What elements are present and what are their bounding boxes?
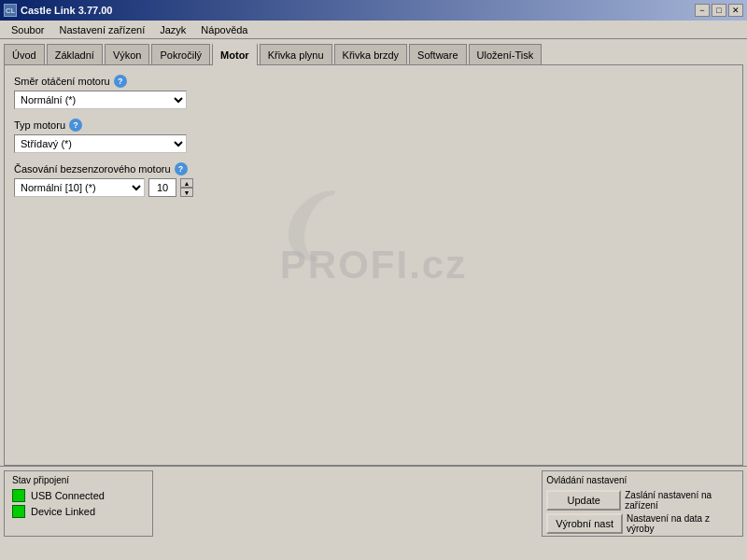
window-title: Castle Link 3.77.00 xyxy=(21,5,112,16)
update-desc: Zaslání nastavení na zařízení xyxy=(625,490,737,511)
menu-soubor[interactable]: Soubor xyxy=(4,22,51,37)
menu-bar: Soubor Nastavení zařízení Jazyk Nápověda xyxy=(0,21,747,39)
usb-led xyxy=(12,489,25,502)
help-icon-casovani[interactable]: ? xyxy=(175,162,188,175)
spinner-down[interactable]: ▼ xyxy=(180,188,193,197)
label-row-typ: Typ motoru ? xyxy=(14,119,733,132)
app-icon: CL xyxy=(4,4,17,17)
tab-pokrocily[interactable]: Pokročilý xyxy=(151,44,210,64)
field-typ-motoru: Typ motoru ? Střídavý (*) Stejnosměrný xyxy=(14,119,733,153)
minimize-button[interactable]: − xyxy=(695,4,710,17)
tab-krivka-brzdy[interactable]: Křivka brzdy xyxy=(334,44,408,64)
tab-vykon[interactable]: Výkon xyxy=(105,44,150,64)
tab-bar: Úvod Základní Výkon Pokročilý Motor Křiv… xyxy=(0,39,747,64)
select-casovani[interactable]: Normální [10] (*) Nízké [5] Vysoké [20] xyxy=(14,178,145,197)
spinner-up[interactable]: ▲ xyxy=(180,178,193,188)
device-status-item: Device Linked xyxy=(12,505,145,518)
usb-label: USB Connected xyxy=(31,490,105,501)
select-row-casovani: Normální [10] (*) Nízké [5] Vysoké [20] … xyxy=(14,178,733,197)
label-casovani: Časování bezsenzorového motoru xyxy=(14,163,171,175)
tab-motor[interactable]: Motor xyxy=(212,43,258,65)
connection-box-title: Stav připojení xyxy=(12,475,145,485)
label-smer: Směr otáčení motoru xyxy=(14,76,110,87)
select-row-typ: Střídavý (*) Stejnosměrný xyxy=(14,134,733,153)
maximize-button[interactable]: □ xyxy=(712,4,726,17)
tab-uvod[interactable]: Úvod xyxy=(4,44,45,64)
field-smer-otaceni: Směr otáčení motoru ? Normální (*) Obrác… xyxy=(14,75,733,109)
device-label: Device Linked xyxy=(31,506,95,517)
tab-software[interactable]: Software xyxy=(409,44,466,64)
spinner-buttons: ▲ ▼ xyxy=(180,178,193,197)
menu-nastaveni[interactable]: Nastavení zařízení xyxy=(51,22,152,37)
menu-napoveda[interactable]: Nápověda xyxy=(193,22,255,37)
tab-ulozeni-tisk[interactable]: Uložení-Tisk xyxy=(469,44,543,64)
field-casovani: Časování bezsenzorového motoru ? Normáln… xyxy=(14,162,733,197)
controls-box-title: Ovládání nastavení xyxy=(546,475,739,485)
label-typ: Typ motoru xyxy=(14,119,65,131)
label-row-casovani: Časování bezsenzorového motoru ? xyxy=(14,162,733,175)
title-buttons: − □ ✕ xyxy=(695,4,743,17)
close-button[interactable]: ✕ xyxy=(728,4,743,17)
status-bar: Stav připojení USB Connected Device Link… xyxy=(0,466,747,540)
select-smer[interactable]: Normální (*) Obrácený xyxy=(14,91,187,109)
usb-status-item: USB Connected xyxy=(12,489,145,502)
select-row-smer: Normální (*) Obrácený xyxy=(14,91,733,109)
spinner-value: 10 xyxy=(148,178,176,197)
app-window: CL Castle Link 3.77.00 − □ ✕ Soubor Nast… xyxy=(0,0,747,560)
tab-krivka-plynu[interactable]: Křivka plynu xyxy=(260,44,332,64)
label-row-smer: Směr otáčení motoru ? xyxy=(14,75,733,88)
ctrl-row-update: Update Zaslání nastavení na zařízení xyxy=(546,490,739,511)
tab-zakladni[interactable]: Základní xyxy=(47,44,103,64)
select-typ[interactable]: Střídavý (*) Stejnosměrný xyxy=(14,134,187,153)
watermark-text: PROFI.cz xyxy=(280,243,467,287)
ctrl-row-factory: Výrobní nast Nastavení na data z výroby xyxy=(546,513,739,534)
device-led xyxy=(12,505,25,518)
main-content: ❨ PROFI.cz Směr otáčení motoru ? Normáln… xyxy=(4,64,743,466)
controls-box: Ovládání nastavení Update Zaslání nastav… xyxy=(542,470,743,537)
connection-status-box: Stav připojení USB Connected Device Link… xyxy=(4,470,153,537)
menu-jazyk[interactable]: Jazyk xyxy=(152,22,193,37)
title-bar-left: CL Castle Link 3.77.00 xyxy=(4,4,112,17)
factory-button[interactable]: Výrobní nast xyxy=(546,513,623,534)
help-icon-smer[interactable]: ? xyxy=(114,75,127,88)
factory-desc: Nastavení na data z výroby xyxy=(627,513,739,534)
help-icon-typ[interactable]: ? xyxy=(69,119,82,132)
title-bar: CL Castle Link 3.77.00 − □ ✕ xyxy=(0,0,747,21)
update-button[interactable]: Update xyxy=(546,490,621,511)
